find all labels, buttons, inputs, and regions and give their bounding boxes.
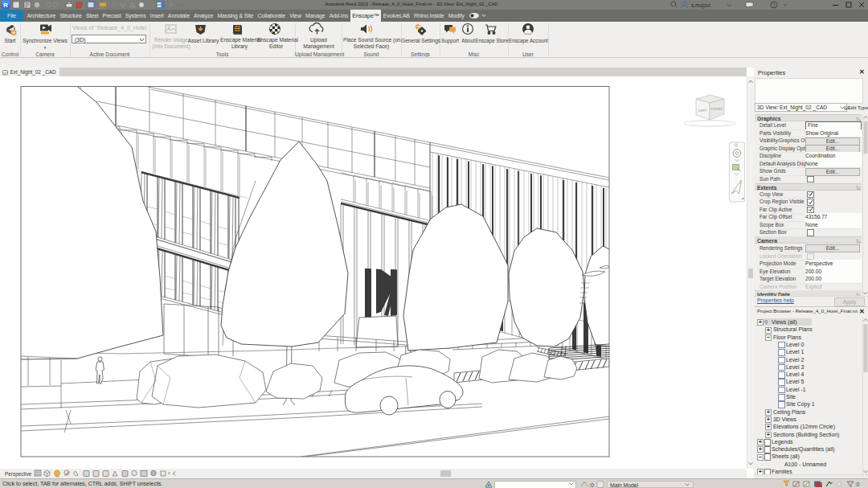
svg-text:FRONT: FRONT: [710, 107, 723, 112]
svg-text::0: :0: [589, 482, 594, 488]
svg-text:LEFT: LEFT: [698, 109, 707, 113]
svg-text::0: :0: [855, 482, 860, 487]
